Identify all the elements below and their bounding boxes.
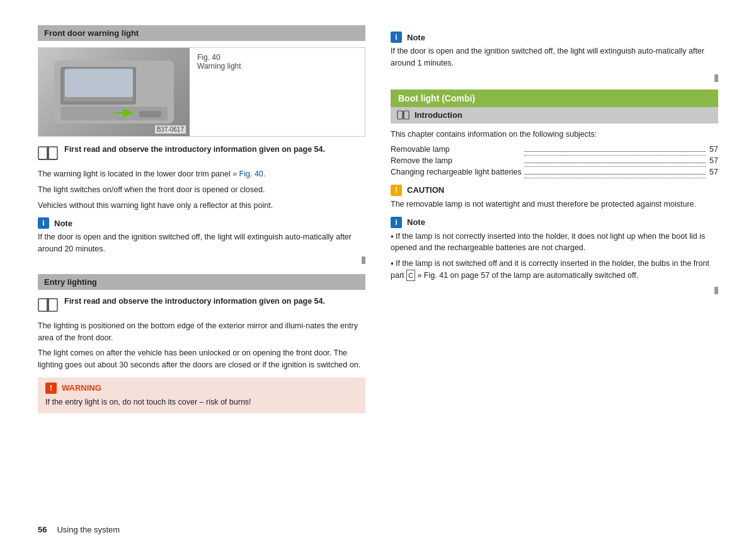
caution-header: ! CAUTION [391, 185, 718, 196]
scroll-indicator-2 [714, 74, 718, 82]
svg-rect-14 [49, 299, 57, 311]
note-icon-1: i [38, 217, 49, 229]
fig-link: » Fig. 40 [232, 170, 263, 178]
toc-page-0: 57 [706, 144, 718, 155]
note-body-1: If the door is open and the ignition swi… [38, 231, 365, 255]
intro-book-icon [397, 110, 410, 120]
intro-subheader: Introduction [391, 107, 718, 124]
caution-icon: ! [391, 185, 402, 196]
scroll-indicator-1 [362, 256, 365, 264]
warning-box: ! WARNING If the entry light is on, do n… [38, 377, 365, 413]
note2-line-2: ▪ If the lamp is not switched off and it… [391, 258, 718, 282]
read-first-box: First read and observe the introductory … [38, 144, 365, 162]
book-icon-2 [38, 297, 58, 314]
page-footer: 56 Using the system [38, 525, 120, 534]
right-note-label: Note [407, 33, 425, 42]
figure-caption: Fig. 40 Warning light [190, 48, 249, 136]
note-section-1: i Note If the door is open and the ignit… [38, 217, 365, 255]
read-first-text: First read and observe the introductory … [64, 144, 325, 156]
toc-label-0: Removable lamp [391, 144, 524, 155]
fig-num: Fig. 40 [197, 53, 241, 62]
toc-dots-1 [524, 155, 706, 166]
entry-lighting-header: Entry lighting [38, 274, 365, 290]
toc-page-1: 57 [706, 155, 718, 166]
note-label-1: Note [54, 219, 72, 228]
scroll-indicator-3 [714, 287, 718, 294]
toc-dots-2 [524, 166, 706, 178]
page-number: 56 [38, 525, 47, 534]
svg-rect-13 [38, 299, 47, 311]
body-text-3: Vehicles without this warning light have… [38, 200, 365, 212]
read-first-text-2: First read and observe the introductory … [64, 296, 325, 308]
intro-label: Introduction [415, 110, 462, 120]
svg-rect-7 [38, 147, 47, 159]
right-column: i Note If the door is open and the ignit… [391, 25, 718, 527]
footer-section: Using the system [57, 525, 120, 534]
svg-rect-17 [398, 111, 403, 119]
caution-body: The removable lamp is not watertight and… [391, 198, 718, 210]
right-note2-header: i Note [391, 217, 718, 228]
book-icon [38, 146, 58, 162]
right-note2-icon: i [391, 217, 402, 228]
intro-body: This chapter contains information on the… [391, 129, 718, 141]
note-header-1: i Note [38, 217, 365, 229]
right-note2-body: ▪ If the lamp is not correctly inserted … [391, 231, 718, 282]
front-door-header: Front door warning light [38, 25, 365, 41]
right-note-icon: i [391, 32, 402, 43]
body-text-2: The light switches on/off when the front… [38, 184, 365, 196]
entry-body-1: The lighting is positioned on the bottom… [38, 320, 365, 344]
left-column: Front door warning light [38, 25, 365, 527]
entry-lighting-section: Entry lighting First read and observe th… [38, 274, 365, 413]
warning-header: ! WARNING [45, 382, 358, 394]
right-note2-label: Note [407, 217, 425, 227]
caution-label: CAUTION [407, 185, 444, 195]
toc-row-1: Remove the lamp 57 [391, 155, 718, 166]
caution-section: ! CAUTION The removable lamp is not wate… [391, 185, 718, 210]
note2-line-1: ▪ If the lamp is not correctly inserted … [391, 231, 718, 255]
toc-row-0: Removable lamp 57 [391, 144, 718, 155]
svg-rect-5 [139, 111, 161, 117]
warning-label: WARNING [62, 383, 101, 393]
toc-table: Removable lamp 57 Remove the lamp 57 Cha… [391, 144, 718, 178]
car-door-image: B3T-0617 [38, 48, 190, 136]
image-code: B3T-0617 [155, 125, 186, 134]
toc-label-2: Changing rechargeable light batteries [391, 166, 524, 178]
figure-box: B3T-0617 Fig. 40 Warning light [38, 47, 365, 137]
right-note-2: i Note ▪ If the lamp is not correctly in… [391, 217, 718, 282]
toc-row-2: Changing rechargeable light batteries 57 [391, 166, 718, 178]
svg-rect-3 [65, 69, 133, 97]
toc-page-2: 57 [706, 166, 718, 178]
toc-label-1: Remove the lamp [391, 155, 524, 166]
part-c-box: C [406, 270, 415, 282]
boot-light-section: Boot light (Combi) Introduction This cha… [391, 89, 718, 294]
fig-caption-text: Warning light [197, 62, 241, 71]
entry-body-2: The light comes on after the vehicle has… [38, 347, 365, 371]
read-first-box-2: First read and observe the introductory … [38, 296, 365, 314]
warning-icon: ! [45, 382, 57, 394]
svg-rect-8 [49, 147, 57, 159]
right-note-header: i Note [391, 32, 718, 43]
svg-rect-18 [404, 111, 409, 119]
toc-dots-0 [524, 144, 706, 155]
body-text-1: The warning light is located in the lowe… [38, 168, 365, 180]
warning-body: If the entry light is on, do not touch i… [45, 396, 358, 408]
front-door-section: Front door warning light [38, 25, 365, 264]
boot-light-header: Boot light (Combi) [391, 89, 718, 107]
right-note-top: i Note If the door is open and the ignit… [391, 32, 718, 69]
right-note-body: If the door is open and the ignition swi… [391, 45, 718, 69]
